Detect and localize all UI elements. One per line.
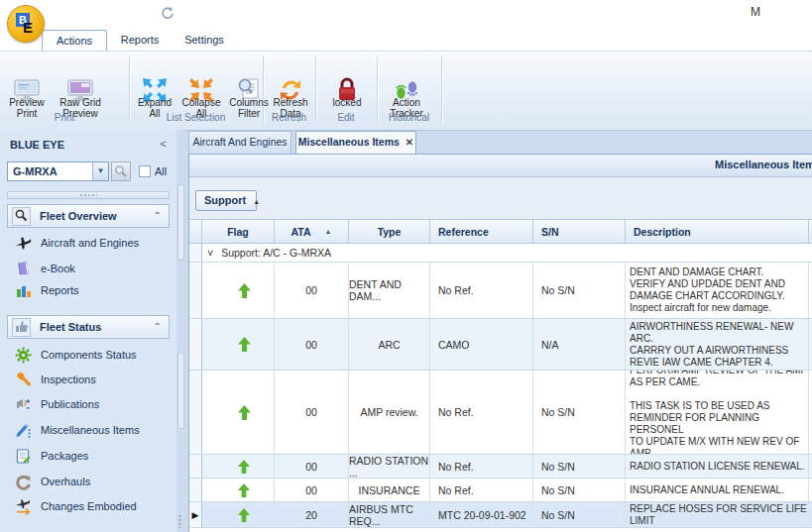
all-checkbox[interactable] [139,165,151,177]
column-header-sn[interactable]: S/N [533,220,626,243]
sidebar-item-components-status[interactable]: Components Status [7,345,174,367]
close-tab-icon[interactable]: ✕ [406,137,413,148]
thumbs-up-icon [12,318,31,337]
notepad-icon [14,448,32,466]
airplane-icon [14,235,32,253]
table-row[interactable]: 00 INSURANCE No Ref. No S/N INSURANCE AN… [189,479,812,502]
application-window: M BE Actions Reports Settings Preview Pr… [0,0,812,532]
circular-arrow-icon [14,474,32,491]
sidebar-item-reports[interactable]: Reports [7,280,174,302]
flag-cell [214,319,275,370]
sidebar: BLUE EYE < G-MRXA ▼ All Fleet Overview ⌃… [0,130,176,532]
sidebar-item-overhauls[interactable]: Overhauls [7,472,174,493]
monitor-grid-icon [52,64,109,96]
sidebar-item-changes-embodied[interactable]: Changes Embodied [7,496,174,518]
sidebar-item-publications[interactable]: Publications [7,394,174,416]
table-row[interactable]: 00 AMP review. No Ref. No S/N PERFORM AM… [189,371,812,455]
lock-icon [325,64,369,96]
table-row[interactable]: 00 ARC CAMO N/A AIRWORTHINESS RENEWAL- N… [189,319,812,371]
monitor-icon [4,64,50,96]
tab-aircraft-and-engines[interactable]: Aircraft And Engines [188,131,291,154]
green-up-arrow-icon [238,508,250,522]
tab-miscellaneous-items[interactable]: Miscellaneous Items✕ [295,131,416,154]
ribbon-group-list-selection: List Selection [129,111,263,126]
column-header-type[interactable]: Type [349,220,430,243]
wrench-icon [14,372,32,389]
pencil-list-icon [14,422,32,440]
current-row-indicator: ▶ [189,502,202,527]
flag-cell [214,263,275,318]
table-row[interactable]: 00 DENT AND DAM... No Ref. No S/N DENT A… [189,263,812,319]
grid-header: Flag ATA▲ Type Reference S/N Description [189,219,812,244]
green-up-arrow-icon [238,405,251,420]
green-up-arrow-icon [238,337,251,352]
action-tracker-button[interactable]: Action Tracker [379,53,434,111]
magnifier-icon [12,207,31,226]
sidebar-collapse-chevron-icon[interactable]: < [161,138,167,150]
sidebar-item-inspections[interactable]: Inspections [7,370,174,391]
all-checkbox-label: All [155,165,167,177]
sidebar-splitter[interactable] [176,130,184,532]
group-collapse-chevron-icon[interactable]: ˅ [202,244,213,262]
green-up-arrow-icon [238,460,250,474]
table-row-selected[interactable]: ▶ 20 AIRBUS MTC REQ... MTC 20-09-01-902 … [189,502,812,528]
ribbon-group-refresh: Refresh [263,111,315,126]
chevron-up-icon[interactable]: ⌃ [154,210,162,221]
ribbon-group-edit: Edit [315,111,377,126]
refresh-data-button[interactable]: Refresh Data [266,53,315,111]
chevron-up-icon[interactable]: ⌃ [154,321,162,332]
column-header-description[interactable]: Description [626,220,809,243]
collapse-all-button[interactable]: Collapse All [178,53,224,111]
table-row[interactable]: 00 RADIO STATION ... No Ref. No S/N RADI… [189,455,812,479]
refresh-icon [266,64,315,96]
aircraft-search-button[interactable] [111,161,131,181]
ribbon-tab-reports[interactable]: Reports [111,30,169,50]
gear-icon [14,347,32,365]
sidebar-item-e-book[interactable]: e-Book [7,259,174,280]
panel-title: Miscellaneous Items [715,159,812,170]
ribbon-tab-strip: Actions Reports Settings [0,29,812,51]
column-header-flag[interactable]: Flag [202,220,275,243]
group-row[interactable]: ˅ Support: A/C - G-MRXA [189,244,812,263]
green-up-arrow-icon [238,283,251,298]
group-row-label: Support: A/C - G-MRXA [213,244,331,262]
group-separator [441,55,443,123]
ribbon: Preview Print Raw Grid Preview Expand Al… [0,51,812,131]
aircraft-select-value: G-MRXA [13,165,58,177]
expand-all-button[interactable]: Expand All [133,53,176,111]
sort-ascending-icon: ▲ [325,228,332,235]
preview-print-button[interactable]: Preview Print [4,53,50,111]
flag-cell [214,479,275,501]
sidebar-item-aircraft-and-engines[interactable]: Aircraft and Engines [7,233,174,255]
sidebar-item-miscellaneous-items[interactable]: Miscellaneous Items [7,420,174,442]
ribbon-tab-settings[interactable]: Settings [174,30,234,50]
row-pointer-icon: ▶ [192,510,199,520]
sidebar-horizontal-splitter[interactable] [7,191,170,199]
title-bar: M [0,0,812,29]
sidebar-item-packages[interactable]: Packages [7,446,174,468]
miscellaneous-items-panel: Miscellaneous Items Support▲ Flag ATA▲ T… [188,154,812,532]
ribbon-tab-actions[interactable]: Actions [42,30,107,51]
raw-grid-preview-button[interactable]: Raw Grid Preview [52,53,109,111]
window-title: M [751,5,760,19]
footprints-icon [379,64,434,96]
flag-cell [214,455,275,478]
locked-button[interactable]: locked [325,53,369,111]
megaphone-icon [14,396,32,414]
column-header-ata[interactable]: ATA▲ [275,220,349,243]
section-header-fleet-overview[interactable]: Fleet Overview ⌃ [7,204,170,228]
app-logo-icon[interactable]: BE [7,5,45,43]
ribbon-group-print: Print [0,111,129,126]
grid: Flag ATA▲ Type Reference S/N Description… [189,219,812,532]
triangle-up-icon: ▲ [253,198,260,205]
support-group-button[interactable]: Support▲ [195,190,257,211]
quick-access-refresh-icon[interactable] [161,6,174,24]
combo-dropdown-icon[interactable]: ▼ [92,162,108,180]
partial-row [189,528,812,532]
flag-cell [214,502,275,527]
section-header-fleet-status[interactable]: Fleet Status ⌃ [7,315,170,339]
ribbon-group-historical: Historical [377,111,441,126]
aircraft-select[interactable]: G-MRXA ▼ [7,161,109,181]
column-header-reference[interactable]: Reference [430,220,533,243]
green-up-arrow-icon [238,483,250,497]
